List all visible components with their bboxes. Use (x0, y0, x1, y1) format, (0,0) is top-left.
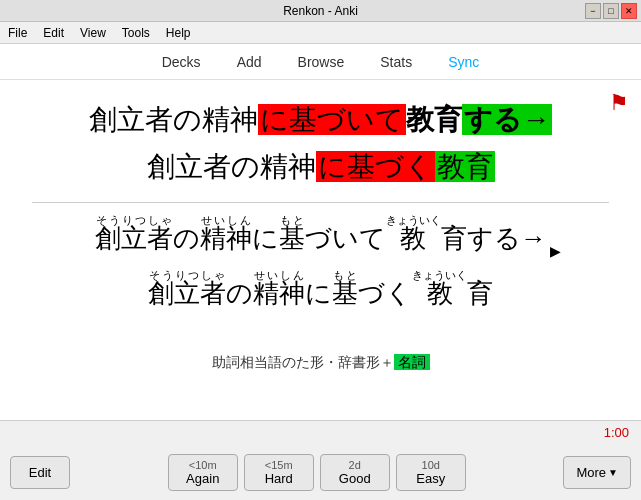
tab-sync[interactable]: Sync (440, 48, 487, 76)
card-info-badge: 名詞 (394, 354, 430, 370)
good-interval: 2d (349, 459, 361, 471)
card-front-line2: 創立者の精神に基づく教育 (40, 147, 601, 186)
tab-browse[interactable]: Browse (290, 48, 353, 76)
window-title: Renkon - Anki (283, 4, 358, 18)
good-label: Good (339, 471, 371, 486)
timer-row: 1:00 (0, 421, 641, 445)
card-front: 創立者の精神に基づいて教育する→ 創立者の精神に基づく教育 (0, 80, 641, 196)
ruby-kyouiku1: 教きょういく (386, 215, 441, 260)
more-label: More (576, 465, 606, 480)
front-line1-highlight2: する→ (462, 104, 552, 135)
hard-label: Hard (265, 471, 293, 486)
nav-bar: Decks Add Browse Stats Sync (0, 44, 641, 80)
menu-view[interactable]: View (76, 24, 110, 42)
edit-button[interactable]: Edit (10, 456, 70, 489)
card-back: 創立者そうりつしゃの精神せいしんに基もとづいて教きょういく育する→ 創立者そうり… (0, 209, 641, 318)
ruby-seishin2: 精神せいしん (253, 270, 305, 315)
answer-buttons: <10m Again <15m Hard 2d Good 10d Easy (168, 454, 466, 491)
tab-stats[interactable]: Stats (372, 48, 420, 76)
maximize-button[interactable]: □ (603, 3, 619, 19)
card-front-line1: 創立者の精神に基づいて教育する→ (40, 100, 601, 139)
close-button[interactable]: ✕ (621, 3, 637, 19)
timer-display: 1:00 (604, 425, 629, 440)
ruby-kyouiku2: 教きょういく (412, 270, 467, 315)
menu-tools[interactable]: Tools (118, 24, 154, 42)
ruby-seishin1: 精神せいしん (200, 215, 252, 260)
chevron-down-icon: ▼ (608, 467, 618, 478)
ruby-moto2: 基もと (332, 270, 358, 315)
easy-label: Easy (416, 471, 445, 486)
front-line2-highlight: に基づく (316, 151, 435, 182)
card-info-text: 助詞相当語のた形・辞書形＋ (212, 354, 394, 370)
card-info: 助詞相当語のた形・辞書形＋名詞 (0, 354, 641, 372)
ruby-souritsusha2: 創立者そうりつしゃ (148, 270, 226, 315)
tab-decks[interactable]: Decks (154, 48, 209, 76)
again-label: Again (186, 471, 219, 486)
ruby-moto1: 基もと (279, 215, 305, 260)
title-bar: Renkon - Anki − □ ✕ (0, 0, 641, 22)
card-divider (32, 202, 609, 203)
menu-edit[interactable]: Edit (39, 24, 68, 42)
card-back-line1: 創立者そうりつしゃの精神せいしんに基もとづいて教きょういく育する→ (40, 215, 601, 260)
hard-interval: <15m (265, 459, 293, 471)
cursor-indicator: ▶ (550, 243, 561, 259)
card-back-line2: 創立者そうりつしゃの精神せいしんに基もとづく教きょういく育 (40, 270, 601, 315)
easy-interval: 10d (422, 459, 440, 471)
easy-button[interactable]: 10d Easy (396, 454, 466, 491)
flag-icon[interactable]: ⚑ (609, 90, 629, 116)
front-line1-mid: 教育 (406, 104, 462, 135)
again-button[interactable]: <10m Again (168, 454, 238, 491)
again-interval: <10m (189, 459, 217, 471)
hard-button[interactable]: <15m Hard (244, 454, 314, 491)
tab-add[interactable]: Add (229, 48, 270, 76)
more-button[interactable]: More▼ (563, 456, 631, 489)
buttons-row: Edit <10m Again <15m Hard 2d Good 10d Ea… (0, 445, 641, 500)
front-line2-prefix: 創立者の精神 (147, 151, 316, 182)
minimize-button[interactable]: − (585, 3, 601, 19)
bottom-bar: 1:00 Edit <10m Again <15m Hard 2d Good 1… (0, 420, 641, 500)
ruby-souritsusha1: 創立者そうりつしゃ (95, 215, 173, 260)
menu-help[interactable]: Help (162, 24, 195, 42)
main-content: ⚑ 創立者の精神に基づいて教育する→ 創立者の精神に基づく教育 創立者そうりつし… (0, 80, 641, 420)
window-controls: − □ ✕ (585, 0, 637, 21)
front-line2-suffix: 教育 (435, 151, 495, 182)
good-button[interactable]: 2d Good (320, 454, 390, 491)
menu-bar: File Edit View Tools Help (0, 22, 641, 44)
front-line1-prefix: 創立者の精神 (89, 104, 258, 135)
front-line1-highlight1: に基づいて (258, 104, 406, 135)
menu-file[interactable]: File (4, 24, 31, 42)
